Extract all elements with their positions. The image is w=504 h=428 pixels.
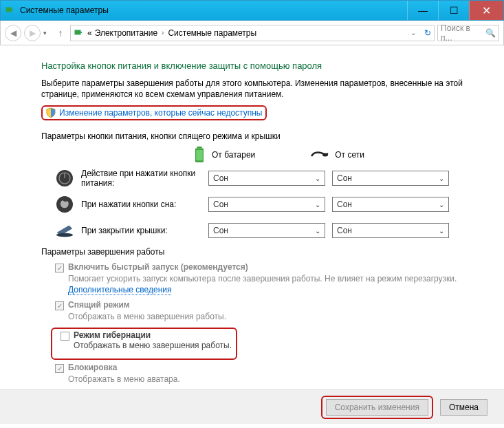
footer: Сохранить изменения Отмена: [0, 389, 504, 424]
refresh-button[interactable]: ↻: [424, 28, 431, 38]
svg-rect-2: [75, 30, 80, 34]
checkbox-icon: ✓: [55, 301, 64, 310]
select-power-ac[interactable]: Сон⌄: [332, 171, 449, 186]
checkbox-hibernation: [61, 332, 69, 341]
checkbox-icon: ✓: [55, 264, 64, 272]
hibernation-desc: Отображать в меню завершения работы.: [74, 341, 232, 352]
up-button[interactable]: ↑: [54, 26, 67, 40]
page-title: Настройка кнопок питания и включение защ…: [41, 61, 483, 71]
chevron-down-icon: ⌄: [315, 227, 320, 235]
highlight-admin-link: Изменение параметров, которые сейчас нед…: [41, 105, 267, 120]
svg-rect-3: [80, 32, 82, 33]
fast-startup-label: Включить быстрый запуск (рекомендуется): [68, 262, 248, 272]
row-sleep-label: При нажатии кнопки сна:: [81, 200, 201, 209]
checkbox-icon: ✓: [55, 364, 64, 373]
svg-point-7: [322, 153, 328, 157]
save-button[interactable]: Сохранить изменения: [326, 399, 428, 416]
history-dropdown[interactable]: ▾: [43, 30, 47, 36]
chevron-down-icon: ⌄: [315, 201, 320, 208]
chevron-down-icon: ⌄: [439, 227, 444, 235]
select-sleep-battery[interactable]: Сон⌄: [208, 197, 325, 212]
row-lid-label: При закрытии крышки:: [81, 226, 201, 235]
hibernation-label: Режим гибернации: [74, 330, 151, 340]
breadcrumb-a[interactable]: Электропитание: [95, 28, 157, 38]
admin-link[interactable]: Изменение параметров, которые сейчас нед…: [59, 108, 263, 118]
shield-icon: [45, 107, 56, 118]
search-placeholder: Поиск в п...: [441, 23, 483, 43]
back-button[interactable]: ◀: [5, 25, 21, 41]
breadcrumb-prefix: «: [87, 28, 92, 38]
select-power-battery[interactable]: Сон⌄: [208, 171, 325, 186]
minimize-button[interactable]: —: [407, 1, 438, 20]
power-button-icon: [55, 169, 74, 188]
address-bar[interactable]: « Электропитание › Системные параметры ⌄…: [70, 25, 435, 41]
select-lid-battery[interactable]: Сон⌄: [208, 223, 325, 238]
svg-rect-0: [6, 8, 12, 12]
content-area: Настройка кнопок питания и включение защ…: [0, 45, 504, 389]
plug-icon: [310, 149, 329, 160]
maximize-button[interactable]: ☐: [438, 1, 469, 20]
search-input[interactable]: Поиск в п... 🔍: [437, 25, 499, 41]
power-sources-header: От батареи От сети: [193, 147, 483, 163]
laptop-lid-icon: [55, 221, 74, 240]
battery-icon: [193, 147, 206, 163]
power-options-icon: [5, 5, 16, 16]
lock-desc: Отображать в меню аватара.: [68, 374, 483, 385]
row-power-label: Действие при нажатии кнопки питания:: [81, 169, 201, 188]
fast-startup-desc: Помогает ускорить запуск компьютера посл…: [68, 274, 483, 295]
close-button[interactable]: ✕: [469, 1, 503, 20]
row-lid: При закрытии крышки: Сон⌄ Сон⌄: [55, 221, 483, 240]
search-icon: 🔍: [485, 28, 496, 38]
chevron-down-icon[interactable]: ⌄: [410, 29, 416, 36]
chevron-down-icon: ⌄: [315, 175, 320, 182]
sleep-desc: Отображать в меню завершения работы.: [68, 312, 483, 323]
section-buttons-title: Параметры кнопки питания, кнопки спящего…: [41, 131, 483, 141]
chevron-down-icon: ⌄: [439, 175, 444, 182]
row-power-button: Действие при нажатии кнопки питания: Сон…: [55, 169, 483, 188]
select-lid-ac[interactable]: Сон⌄: [332, 223, 449, 238]
more-info-link[interactable]: Дополнительные сведения: [68, 285, 171, 295]
checkbox-fast-startup: ✓ Включить быстрый запуск (рекомендуется…: [55, 262, 483, 272]
checkbox-sleep: ✓ Спящий режим: [55, 300, 483, 310]
toolbar: ◀ ▶ ▾ ↑ « Электропитание › Системные пар…: [0, 21, 504, 45]
svg-rect-6: [196, 150, 203, 161]
sleep-label: Спящий режим: [68, 300, 130, 310]
window-title: Системные параметры: [20, 6, 407, 15]
page-description: Выберите параметры завершения работы для…: [41, 78, 483, 100]
breadcrumb-b[interactable]: Системные параметры: [168, 28, 256, 38]
chevron-down-icon: ⌄: [439, 201, 444, 208]
checkbox-lock: ✓ Блокировка: [55, 363, 483, 373]
row-sleep-button: При нажатии кнопки сна: Сон⌄ Сон⌄: [55, 195, 483, 214]
svg-rect-4: [197, 147, 201, 148]
forward-button[interactable]: ▶: [24, 25, 41, 41]
battery-label: От батареи: [212, 150, 255, 160]
section-shutdown-title: Параметры завершения работы: [41, 247, 483, 257]
ac-label: От сети: [335, 150, 364, 160]
titlebar: Системные параметры — ☐ ✕: [0, 0, 504, 21]
svg-rect-1: [12, 9, 13, 10]
highlight-hibernation: Режим гибернации Отображать в меню завер…: [51, 328, 237, 360]
lock-label: Блокировка: [68, 363, 118, 372]
chevron-right-icon: ›: [162, 29, 164, 36]
svg-point-12: [56, 233, 73, 237]
power-options-icon: [74, 28, 85, 39]
highlight-save-button: Сохранить изменения: [321, 396, 433, 419]
cancel-button[interactable]: Отмена: [440, 399, 487, 416]
sleep-button-icon: [55, 195, 74, 214]
select-sleep-ac[interactable]: Сон⌄: [332, 197, 449, 212]
